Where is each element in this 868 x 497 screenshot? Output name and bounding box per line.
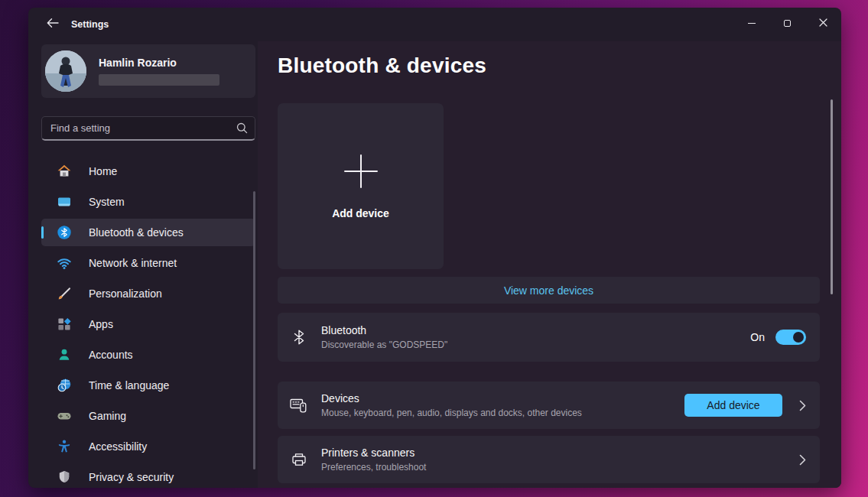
minimize-icon — [748, 23, 756, 24]
sidebar-item-apps[interactable]: Apps — [41, 310, 255, 338]
view-more-devices-label: View more devices — [504, 284, 593, 297]
bluetooth-title: Bluetooth — [321, 324, 447, 336]
titlebar: Settings — [28, 8, 841, 41]
printers-row-text: Printers & scanners Preferences, trouble… — [321, 447, 426, 473]
settings-window: Settings — [28, 8, 841, 488]
sidebar-item-label: Privacy & security — [89, 471, 174, 483]
printers-title: Printers & scanners — [321, 447, 426, 459]
sidebar-item-label: Gaming — [89, 410, 126, 422]
maximize-button[interactable] — [769, 8, 805, 38]
profile-meta: Hamlin Rozario — [99, 57, 219, 86]
main-scrollbar[interactable] — [831, 99, 833, 294]
devices-row-right: Add device — [684, 394, 806, 417]
window-content: Hamlin Rozario Home — [28, 41, 841, 488]
sidebar-item-label: Home — [89, 165, 117, 177]
sidebar: Hamlin Rozario Home — [28, 41, 258, 488]
devices-title: Devices — [321, 392, 582, 404]
bluetooth-row: Bluetooth Discoverable as "GODSPEED" On — [278, 313, 820, 362]
sidebar-item-label: Bluetooth & devices — [89, 226, 184, 239]
add-device-card[interactable]: Add device — [278, 103, 444, 269]
sidebar-item-system[interactable]: System — [41, 188, 255, 216]
search-box — [41, 116, 255, 141]
minimize-button[interactable] — [733, 8, 769, 38]
bluetooth-icon — [57, 225, 72, 240]
printers-subtitle: Preferences, troubleshoot — [321, 462, 426, 473]
time-language-icon — [57, 378, 72, 393]
profile-card[interactable]: Hamlin Rozario — [41, 44, 255, 98]
printers-scanners-row[interactable]: Printers & scanners Preferences, trouble… — [278, 436, 820, 483]
system-icon — [57, 194, 72, 210]
printer-icon — [289, 451, 309, 468]
main-content: Bluetooth & devices Add device View more… — [258, 41, 841, 488]
sidebar-item-label: Apps — [89, 318, 113, 330]
search-input[interactable] — [41, 116, 255, 141]
sidebar-item-personalization[interactable]: Personalization — [41, 280, 255, 307]
personalization-icon — [57, 286, 72, 301]
selection-pill — [41, 226, 44, 239]
sidebar-item-bluetooth-devices[interactable]: Bluetooth & devices — [41, 219, 255, 246]
bluetooth-toggle[interactable] — [775, 330, 806, 345]
keyboard-mouse-icon — [289, 397, 309, 414]
bluetooth-subtitle: Discoverable as "GODSPEED" — [321, 339, 447, 350]
sidebar-item-home[interactable]: Home — [41, 158, 255, 185]
accessibility-icon — [57, 439, 72, 454]
window-title: Settings — [71, 19, 109, 30]
sidebar-item-label: Accounts — [89, 349, 133, 361]
accounts-icon — [57, 347, 72, 362]
avatar — [45, 50, 86, 92]
back-arrow-icon — [47, 18, 59, 31]
sidebar-item-privacy-security[interactable]: Privacy & security — [41, 463, 255, 488]
add-device-card-label: Add device — [332, 207, 389, 219]
close-icon — [819, 16, 827, 30]
sidebar-item-label: System — [89, 196, 125, 208]
sidebar-item-time-language[interactable]: Time & language — [41, 372, 255, 399]
sidebar-scrollbar[interactable] — [253, 191, 255, 469]
chevron-right-icon — [799, 454, 806, 466]
devices-subtitle: Mouse, keyboard, pen, audio, displays an… — [321, 408, 582, 418]
privacy-security-icon — [57, 469, 72, 485]
bluetooth-row-right: On — [750, 330, 806, 345]
bluetooth-glyph-icon — [289, 329, 309, 346]
page-title: Bluetooth & devices — [278, 54, 841, 78]
add-device-button[interactable]: Add device — [684, 394, 782, 417]
sidebar-item-accessibility[interactable]: Accessibility — [41, 433, 255, 460]
devices-row[interactable]: Devices Mouse, keyboard, pen, audio, dis… — [278, 382, 820, 429]
sidebar-nav: Home System Bluetooth & devices — [41, 158, 258, 488]
devices-row-text: Devices Mouse, keyboard, pen, audio, dis… — [321, 392, 582, 418]
network-icon — [57, 255, 72, 271]
sidebar-item-label: Network & internet — [89, 257, 177, 269]
toggle-knob — [793, 332, 804, 343]
sidebar-item-label: Personalization — [89, 287, 162, 300]
sidebar-item-network-internet[interactable]: Network & internet — [41, 249, 255, 277]
window-controls — [733, 8, 841, 38]
chevron-right-icon — [799, 400, 806, 411]
plus-icon — [343, 154, 379, 192]
close-button[interactable] — [805, 8, 841, 38]
sidebar-item-label: Time & language — [89, 379, 169, 391]
printers-row-right — [799, 454, 806, 466]
home-icon — [57, 164, 72, 179]
profile-name: Hamlin Rozario — [99, 57, 219, 69]
sidebar-item-label: Accessibility — [89, 440, 147, 453]
back-button[interactable] — [41, 13, 65, 36]
maximize-icon — [784, 20, 791, 27]
gaming-icon — [57, 408, 72, 424]
sidebar-item-accounts[interactable]: Accounts — [41, 341, 255, 369]
search-icon[interactable] — [236, 122, 248, 137]
sidebar-item-gaming[interactable]: Gaming — [41, 402, 255, 430]
view-more-devices-button[interactable]: View more devices — [278, 277, 820, 304]
bluetooth-row-text: Bluetooth Discoverable as "GODSPEED" — [321, 324, 447, 350]
bluetooth-toggle-label: On — [750, 331, 765, 343]
profile-email-redacted — [99, 74, 219, 86]
apps-icon — [57, 317, 72, 332]
